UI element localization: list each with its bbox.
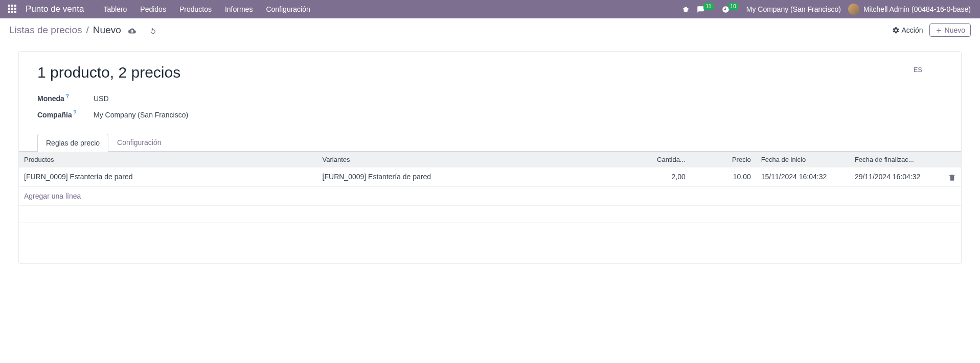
field-currency: Moneda ? USD [37, 90, 943, 107]
new-button-label: Nuevo [945, 26, 965, 34]
user-name: Mitchell Admin (00484-16-0-base) [863, 5, 971, 13]
cell-product[interactable]: [FURN_0009] Estantería de pared [19, 167, 317, 186]
col-price[interactable]: Precio [691, 152, 756, 168]
menu-informes[interactable]: Informes [220, 2, 258, 16]
currency-label: Moneda ? [37, 94, 94, 103]
col-end-date[interactable]: Fecha de finalizac... [850, 152, 943, 168]
add-line-row[interactable]: Agregar una línea [19, 186, 961, 205]
table-header-row: Productos Variantes Cantida... Precio Fe… [19, 152, 961, 168]
menu-tablero[interactable]: Tablero [98, 2, 132, 16]
breadcrumb-sep: / [86, 25, 89, 36]
help-icon[interactable]: ? [64, 93, 69, 99]
new-button[interactable]: Nuevo [929, 23, 971, 37]
activities-badge: 10 [728, 3, 738, 10]
col-variants[interactable]: Variantes [317, 152, 616, 168]
menu-pedidos[interactable]: Pedidos [135, 2, 171, 16]
menu-productos[interactable]: Productos [174, 2, 217, 16]
control-panel: Listas de precios / Nuevo Acción Nuevo [0, 18, 980, 42]
header-actions: Acción Nuevo [892, 23, 971, 37]
currency-value[interactable]: USD [94, 94, 109, 103]
activities-icon[interactable]: 10 [722, 6, 739, 13]
breadcrumb-current: Nuevo [93, 25, 121, 36]
discard-icon[interactable] [149, 26, 157, 35]
messages-icon[interactable]: 11 [697, 6, 714, 13]
messages-badge: 11 [703, 3, 713, 10]
avatar [848, 4, 859, 15]
company-value[interactable]: My Company (San Francisco) [94, 111, 188, 119]
col-start-date[interactable]: Fecha de inicio [756, 152, 850, 168]
action-dropdown[interactable]: Acción [892, 26, 923, 34]
breadcrumb-parent[interactable]: Listas de precios [9, 25, 82, 36]
menu-configuracion[interactable]: Configuración [261, 2, 315, 16]
cell-start[interactable]: 15/11/2024 16:04:32 [756, 167, 850, 186]
tab-configuration[interactable]: Configuración [108, 133, 170, 151]
col-products[interactable]: Productos [19, 152, 317, 168]
field-company: Compañía ? My Company (San Francisco) [37, 107, 943, 123]
apps-icon[interactable] [8, 5, 17, 14]
cell-qty[interactable]: 2,00 [616, 167, 691, 186]
cell-variant[interactable]: [FURN_0009] Estantería de pared [317, 167, 616, 186]
cell-end[interactable]: 29/11/2024 16:04:32 [850, 167, 943, 186]
action-label: Acción [902, 26, 923, 34]
form-sheet: 1 producto, 2 precios ES Moneda ? USD Co… [18, 51, 962, 264]
form-view: 1 producto, 2 precios ES Moneda ? USD Co… [0, 42, 980, 273]
price-rules-table: Productos Variantes Cantida... Precio Fe… [19, 151, 961, 263]
main-menu: Tablero Pedidos Productos Informes Confi… [98, 2, 682, 16]
debug-icon[interactable] [682, 6, 690, 13]
notebook-tabs: Reglas de precio Configuración [37, 133, 943, 151]
breadcrumb: Listas de precios / Nuevo [9, 25, 892, 36]
user-menu[interactable]: Mitchell Admin (00484-16-0-base) [848, 4, 971, 15]
delete-row-icon[interactable] [943, 167, 961, 186]
cell-price[interactable]: 10,00 [691, 167, 756, 186]
navbar-right: 11 10 My Company (San Francisco) Mitchel… [682, 4, 975, 15]
language-badge[interactable]: ES [914, 64, 943, 74]
company-selector[interactable]: My Company (San Francisco) [746, 5, 841, 13]
tab-price-rules[interactable]: Reglas de precio [37, 134, 108, 152]
add-line-label[interactable]: Agregar una línea [19, 186, 961, 205]
app-brand[interactable]: Punto de venta [26, 4, 84, 14]
record-title[interactable]: 1 producto, 2 precios [37, 64, 581, 81]
help-icon[interactable]: ? [72, 110, 77, 115]
company-label: Compañía ? [37, 111, 94, 119]
save-cloud-icon[interactable] [128, 26, 136, 35]
table-row[interactable]: [FURN_0009] Estantería de pared [FURN_00… [19, 167, 961, 186]
col-delete [943, 152, 961, 168]
table-footer [19, 223, 961, 263]
col-quantity[interactable]: Cantida... [616, 152, 691, 168]
spacer-row [19, 205, 961, 223]
main-navbar: Punto de venta Tablero Pedidos Productos… [0, 0, 980, 18]
